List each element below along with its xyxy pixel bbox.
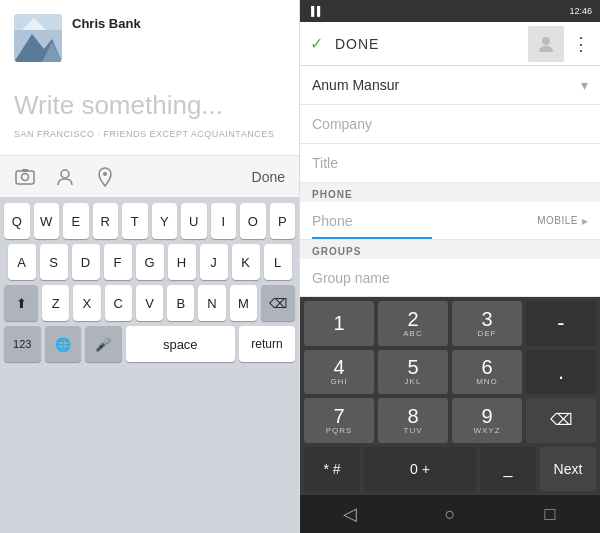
group-field[interactable]: Group name — [300, 259, 600, 297]
numpad-keyboard: 1 2 ABC 3 DEF - 4 GHI 5 JKL — [300, 297, 600, 495]
numpad-backspace-key[interactable]: ⌫ — [526, 398, 596, 443]
next-button[interactable]: Next — [540, 447, 596, 492]
key-j[interactable]: J — [200, 244, 228, 280]
done-button[interactable]: Done — [252, 169, 285, 185]
numpad-key-4[interactable]: 4 GHI — [304, 350, 374, 395]
mic-key[interactable]: 🎤 — [85, 326, 122, 362]
contact-form: Anum Mansur ▾ Company Title — [300, 66, 600, 183]
phone-placeholder: Phone — [312, 213, 537, 229]
num-switch-key[interactable]: 123 — [4, 326, 41, 362]
backspace-key[interactable]: ⌫ — [261, 285, 295, 321]
key-o[interactable]: O — [240, 203, 266, 239]
key-r[interactable]: R — [93, 203, 119, 239]
key-q[interactable]: Q — [4, 203, 30, 239]
title-field[interactable]: Title — [300, 144, 600, 183]
photo-icon[interactable] — [14, 166, 36, 188]
left-panel: Chris Bank Write something... SAN FRANCI… — [0, 0, 300, 533]
numpad-key-zero[interactable]: 0 + — [364, 447, 476, 492]
contact-photo-button[interactable] — [528, 26, 564, 62]
key-y[interactable]: Y — [152, 203, 178, 239]
person-icon[interactable] — [54, 166, 76, 188]
action-bar: ✓ DONE ⋮ — [300, 22, 600, 66]
action-bar-title[interactable]: DONE — [335, 36, 520, 52]
company-placeholder: Company — [312, 116, 588, 132]
user-name: Chris Bank — [72, 16, 141, 31]
svg-point-8 — [61, 170, 69, 178]
keyboard-left: Q W E R T Y U I O P A S D F G H J K L ⬆ … — [0, 197, 299, 533]
key-t[interactable]: T — [122, 203, 148, 239]
kb-row-2: A S D F G H J K L — [4, 244, 295, 280]
numpad-key-5[interactable]: 5 JKL — [378, 350, 448, 395]
numpad-key-9[interactable]: 9 WXYZ — [452, 398, 522, 443]
key-m[interactable]: M — [230, 285, 257, 321]
phone-type: MOBILE — [537, 215, 578, 226]
group-placeholder: Group name — [312, 270, 390, 286]
groups-section-label: GROUPS — [300, 240, 600, 259]
nav-bar: ◁ ○ □ — [300, 495, 600, 533]
svg-point-6 — [22, 173, 29, 180]
numpad-key-star-hash[interactable]: * # — [304, 447, 360, 492]
key-h[interactable]: H — [168, 244, 196, 280]
key-e[interactable]: E — [63, 203, 89, 239]
numpad-key-7[interactable]: 7 PQRS — [304, 398, 374, 443]
key-z[interactable]: Z — [42, 285, 69, 321]
key-f[interactable]: F — [104, 244, 132, 280]
phone-field[interactable]: Phone MOBILE ▸ — [300, 202, 600, 240]
check-icon: ✓ — [310, 34, 323, 53]
back-nav-button[interactable]: ◁ — [320, 499, 380, 529]
numpad-key-2[interactable]: 2 ABC — [378, 301, 448, 346]
numpad-key-dash[interactable]: - — [526, 301, 596, 346]
post-toolbar: Done — [0, 155, 299, 197]
svg-point-9 — [103, 172, 107, 176]
phone-section-label: PHONE — [300, 183, 600, 202]
numpad-key-6[interactable]: 6 MNO — [452, 350, 522, 395]
kb-row-4: 123 🌐 🎤 space return — [4, 326, 295, 362]
numpad-key-1[interactable]: 1 — [304, 301, 374, 346]
numpad-row-3: 7 PQRS 8 TUV 9 WXYZ ⌫ — [304, 398, 596, 443]
kb-row-3: ⬆ Z X C V B N M ⌫ — [4, 285, 295, 321]
numpad-row-1: 1 2 ABC 3 DEF - — [304, 301, 596, 346]
status-time: 12:46 — [569, 6, 592, 16]
globe-key[interactable]: 🌐 — [45, 326, 82, 362]
numpad-key-3[interactable]: 3 DEF — [452, 301, 522, 346]
key-n[interactable]: N — [198, 285, 225, 321]
key-s[interactable]: S — [40, 244, 68, 280]
location-icon[interactable] — [94, 166, 116, 188]
svg-point-10 — [542, 37, 550, 45]
key-c[interactable]: C — [105, 285, 132, 321]
key-v[interactable]: V — [136, 285, 163, 321]
numpad-row-2: 4 GHI 5 JKL 6 MNO . — [304, 350, 596, 395]
name-dropdown-icon[interactable]: ▾ — [581, 77, 588, 93]
key-d[interactable]: D — [72, 244, 100, 280]
recent-nav-button[interactable]: □ — [520, 499, 580, 529]
key-b[interactable]: B — [167, 285, 194, 321]
shift-key[interactable]: ⬆ — [4, 285, 38, 321]
name-field[interactable]: Anum Mansur ▾ — [300, 66, 600, 105]
avatar — [14, 14, 62, 62]
key-p[interactable]: P — [270, 203, 296, 239]
key-w[interactable]: W — [34, 203, 60, 239]
numpad-key-8[interactable]: 8 TUV — [378, 398, 448, 443]
key-i[interactable]: I — [211, 203, 237, 239]
title-placeholder: Title — [312, 155, 588, 171]
post-header: Chris Bank — [14, 14, 285, 62]
home-nav-button[interactable]: ○ — [420, 499, 480, 529]
key-a[interactable]: A — [8, 244, 36, 280]
key-l[interactable]: L — [264, 244, 292, 280]
key-x[interactable]: X — [73, 285, 100, 321]
numpad-key-dot[interactable]: . — [526, 350, 596, 395]
name-value: Anum Mansur — [312, 77, 581, 93]
more-options-icon[interactable]: ⋮ — [572, 33, 590, 55]
phone-underline — [312, 237, 432, 239]
key-g[interactable]: G — [136, 244, 164, 280]
write-placeholder[interactable]: Write something... — [14, 72, 285, 129]
return-key[interactable]: return — [239, 326, 295, 362]
right-panel: ▐ ▌ 12:46 ✓ DONE ⋮ Anum Mansur ▾ Company — [300, 0, 600, 533]
company-field[interactable]: Company — [300, 105, 600, 144]
phone-arrow-icon: ▸ — [582, 214, 588, 228]
key-u[interactable]: U — [181, 203, 207, 239]
numpad-key-underscore[interactable]: _ — [480, 447, 536, 492]
key-k[interactable]: K — [232, 244, 260, 280]
post-meta: SAN FRANCISCO · FRIENDS EXCEPT ACQUAINTA… — [14, 129, 285, 139]
space-key[interactable]: space — [126, 326, 236, 362]
